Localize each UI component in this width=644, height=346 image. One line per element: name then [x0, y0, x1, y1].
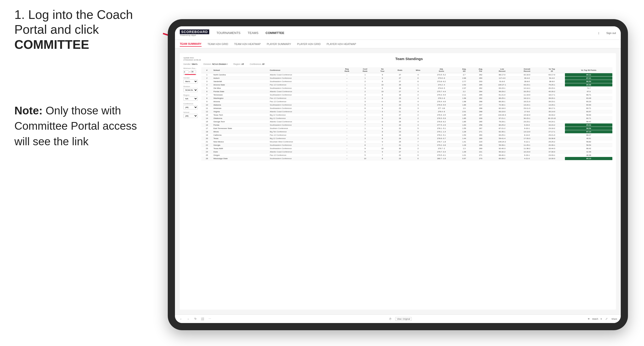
cell-wins: 2 — [409, 137, 427, 140]
table-body: 1 North Carolina Atlantic Coast Conferen… — [201, 73, 612, 160]
cell-avg-par: 268 — [472, 110, 489, 113]
cell-wins: 2 — [409, 93, 427, 97]
sub-nav-team-h2h-heatmap[interactable]: TEAM H2H HEATMAP — [234, 42, 261, 46]
cell-conf-rank: 1 — [356, 130, 374, 134]
cell-reg-rank: – — [338, 157, 356, 160]
cell-vs-top25: 23-33-1 — [539, 154, 565, 157]
watch-dropdown[interactable]: ▾ — [600, 318, 602, 320]
col-avg-par: Avg.Par — [472, 67, 489, 73]
nav-committee[interactable]: COMMITTEE — [266, 30, 284, 36]
cell-rnds: 18 — [391, 93, 409, 97]
cell-rnds: 27 — [391, 150, 409, 154]
range-slider-visual — [183, 74, 199, 75]
divider: | — [598, 32, 599, 34]
cell-rnds: 24 — [391, 124, 409, 127]
watch-button[interactable]: Watch — [592, 318, 598, 320]
view-original-button[interactable]: View: Original — [395, 317, 412, 321]
min-rou-max-input[interactable] — [191, 70, 196, 73]
region-filter-select[interactable]: N/A — [183, 97, 198, 101]
division-filter-label: Division — [183, 85, 199, 88]
cell-overall: 8-14-0 — [515, 134, 539, 137]
table-row: 5 Ole Miss Southeastern Conference – 3 6… — [201, 87, 612, 90]
cell-conf-rank: 8 — [356, 144, 374, 147]
cell-conf-rank: 2 — [356, 97, 374, 100]
cell-avg-par: 260 — [472, 77, 489, 80]
sub-nav-player-h2h-heatmap[interactable]: PLAYER H2H HEATMAP — [327, 42, 356, 46]
cell-low: 97-21-1 — [489, 117, 515, 120]
update-time-block: Update time: 27/03/2024 16:56:26 — [183, 57, 201, 61]
toolbar-more-btn[interactable]: ⋯ — [207, 317, 212, 321]
toolbar-refresh-btn[interactable]: ↻ — [193, 317, 198, 321]
cell-reg-rank: – — [338, 100, 356, 103]
cell-low: 61-21-0 — [489, 93, 515, 97]
cell-reg-rank: – — [338, 83, 356, 87]
cell-overall: 33-25-2 — [515, 90, 539, 93]
table-row: 21 New Mexico Mountain West Conference –… — [201, 140, 612, 144]
app-header: SCOREBOARD Powered by clippd TOURNAMENTS… — [175, 26, 621, 40]
sub-nav-player-h2h-grid[interactable]: PLAYER H2H GRID — [297, 42, 321, 46]
cell-overall: 42-16-0 — [515, 73, 539, 77]
division-value: NCAA Division I — [212, 63, 228, 65]
cell-wins: 1 — [409, 144, 427, 147]
school-filter-select[interactable]: (All) — [183, 114, 198, 118]
cell-rank: 10 — [201, 103, 212, 107]
cell-adj-score: 276.9 -5.5 — [427, 103, 456, 107]
table-row: 16 Florida Southeastern Conference – 7 9… — [201, 124, 612, 127]
cell-pts: 68.71 — [565, 93, 612, 97]
cell-avg-par: 209 — [472, 117, 489, 120]
cell-overall: 13-24-1 — [515, 103, 539, 107]
table-row: 18 Illinois Big Ten Conference – 1 8 23 … — [201, 130, 612, 134]
cell-pts: 60.71 — [565, 107, 612, 110]
cell-wins: 4 — [409, 90, 427, 93]
nav-teams[interactable]: TEAMS — [248, 30, 258, 36]
cell-vs-top25: 37-30-0 — [539, 150, 565, 154]
cell-school: Arkansas — [212, 107, 269, 110]
nav-tournaments[interactable]: TOURNAMENTS — [216, 30, 240, 36]
toolbar-expand-icon[interactable]: ⤢ — [604, 317, 609, 321]
cell-conf: Pac-12 Conference — [269, 154, 338, 157]
cell-overall: 9-10-1 — [515, 127, 539, 130]
toolbar-forward-btn[interactable]: → — [186, 317, 190, 321]
cell-avg-par: 260 — [472, 134, 489, 137]
share-button[interactable]: Share — [612, 318, 617, 320]
cell-adj-score: 278.7 -1.8 — [427, 140, 456, 144]
cell-low: 100-27-1 — [489, 83, 515, 87]
cell-no-tour: 9 — [374, 140, 391, 144]
cell-school: Alabama — [212, 103, 269, 107]
cell-vs-top25: 40-33-2 — [539, 113, 565, 117]
toolbar-back-btn[interactable]: ← — [178, 317, 183, 321]
sign-out-link[interactable]: Sign out — [606, 32, 616, 34]
sub-nav-team-h2h-grid[interactable]: TEAM H2H GRID — [208, 42, 228, 46]
gender-filter-select[interactable]: Men's — [183, 79, 198, 84]
cell-pts: 58.47 — [565, 120, 612, 124]
cell-avg-par: 271 — [472, 154, 489, 157]
cell-rnds: 21 — [391, 144, 409, 147]
cell-rnds: 27 — [391, 77, 409, 80]
table-row: 17 East Tennessee State Southern Confere… — [201, 127, 612, 130]
cell-pts: 86.54 — [565, 80, 612, 83]
school-filter-label: School — [183, 111, 199, 113]
min-rou-min-input[interactable] — [183, 70, 188, 73]
sub-nav-team-summary[interactable]: TEAM SUMMARY — [180, 41, 202, 47]
committee-bold: COMMITTEE — [14, 37, 89, 51]
cell-reg-rank: – — [338, 87, 356, 90]
division-filter-select[interactable]: NCAA Division I — [183, 88, 198, 92]
cell-vs-top25: 18-17-1 — [539, 93, 565, 97]
toolbar-share-icon[interactable]: ⬜ — [200, 317, 205, 321]
col-conf-rank: ConfRank — [356, 67, 374, 73]
cell-overall: 9-24-0 — [515, 124, 539, 127]
conference-filter-select[interactable]: (All) — [183, 105, 198, 109]
cell-conf: Atlantic Coast Conference — [269, 110, 338, 113]
cell-avg-sg: 1.85 — [456, 113, 472, 117]
cell-low: 76-29-1 — [489, 120, 515, 124]
cell-reg-rank: – — [338, 77, 356, 80]
gender-value: Men's — [192, 63, 198, 65]
cell-reg-rank: – — [338, 110, 356, 113]
cell-pts: 60.94 — [565, 103, 612, 107]
sub-nav-player-summary[interactable]: PLAYER SUMMARY — [267, 42, 291, 46]
cell-conf-rank: 5 — [356, 154, 374, 157]
cell-pts: 98.56 — [565, 127, 612, 130]
region-label: Region: — [234, 63, 241, 65]
cell-avg-sg: 2.37 — [456, 87, 472, 90]
cell-rank: 24 — [201, 150, 212, 154]
